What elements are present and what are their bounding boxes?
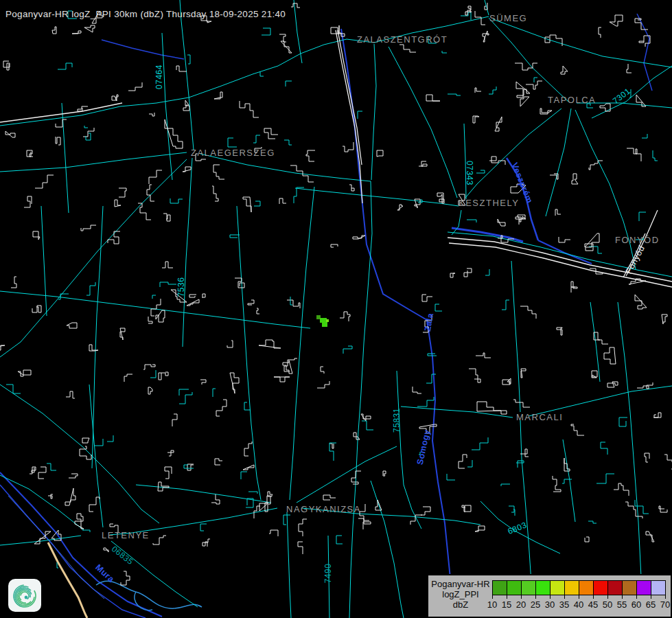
terrain-squiggle: [559, 237, 570, 242]
terrain-squiggle: [489, 157, 505, 165]
terrain-squiggle: [170, 198, 183, 203]
legend-tick-label: 45: [588, 599, 598, 610]
village-outline: [397, 205, 403, 210]
terrain-squiggle: [119, 188, 126, 197]
terrain-squiggle: [128, 82, 142, 91]
terrain-squiggle: [200, 524, 207, 531]
motorway-line: [48, 542, 87, 618]
legend-color-swatch: [579, 580, 594, 595]
river-name-label: Somogy: [415, 428, 432, 466]
terrain-squiggle: [294, 187, 304, 203]
legend-tick-label: 70: [660, 599, 670, 610]
terrain-squiggle: [80, 446, 91, 459]
village-outline: [156, 310, 165, 322]
terrain-squiggle: [227, 341, 233, 347]
village-outline: [483, 31, 489, 42]
terrain-squiggle: [555, 209, 561, 216]
legend-tick-label: 15: [502, 599, 511, 610]
terrain-squiggle: [200, 380, 206, 385]
terrain-squiggle: [467, 460, 472, 467]
terrain-squiggle: [163, 214, 170, 221]
legend-tick-mark: [492, 595, 493, 599]
village-outline: [495, 117, 502, 131]
village-outline: [662, 314, 667, 324]
village-outline: [72, 31, 81, 34]
terrain-squiggle: [659, 506, 667, 512]
terrain-squiggle: [343, 346, 352, 354]
terrain-squiggle: [260, 71, 264, 76]
legend-tick-label: 40: [574, 599, 583, 610]
terrain-squiggle: [69, 474, 78, 478]
village-outline: [377, 150, 383, 157]
terrain-squiggle: [599, 27, 601, 38]
terrain-squiggle: [627, 64, 632, 73]
village-outline: [18, 370, 31, 376]
terrain-squiggle: [421, 507, 430, 515]
radar-echo-layer: [316, 315, 329, 327]
village-outline: [516, 82, 530, 98]
terrain-squiggle: [422, 295, 432, 301]
legend-tick-mark: [607, 595, 608, 599]
terrain-squiggle: [6, 385, 21, 393]
terrain-squiggle: [343, 142, 354, 152]
terrain-squiggle: [107, 435, 113, 442]
village-outline: [475, 526, 485, 531]
road-lines: [0, 0, 672, 618]
terrain-squiggle: [553, 476, 561, 492]
terrain-squiggle: [476, 353, 491, 358]
terrain-squiggle: [184, 465, 194, 468]
terrain-squiggle: [189, 295, 196, 297]
terrain-squiggle: [66, 391, 75, 398]
terrain-squiggle: [358, 518, 371, 529]
terrain-squiggle: [38, 467, 46, 479]
village-outline: [33, 231, 40, 240]
village-outline: [65, 488, 76, 505]
terrain-squiggle: [360, 504, 369, 520]
terrain-squiggle: [150, 370, 156, 378]
terrain-squiggle: [362, 421, 373, 430]
terrain-squiggle: [240, 101, 259, 117]
terrain-squiggle: [464, 268, 472, 277]
terrain-squiggle: [257, 308, 259, 314]
village-outline: [521, 369, 526, 378]
terrain-squiggle: [489, 87, 496, 94]
city-label: ZALAEGERSZEG: [191, 148, 275, 158]
station-name-label: Fonyód: [624, 244, 647, 275]
terrain-squiggle: [253, 135, 260, 143]
village-outline: [158, 482, 169, 491]
radar-echo-cell: [322, 322, 327, 327]
terrain-squiggle: [279, 198, 286, 204]
terrain-squiggle: [47, 464, 56, 470]
terrain-squiggle: [435, 304, 442, 311]
terrain-squiggle: [639, 212, 646, 221]
terrain-squiggle: [147, 185, 154, 201]
terrain-squiggle: [32, 306, 41, 312]
terrain-squiggle: [299, 519, 307, 536]
radar-image: SÜMEGZALASZENTGRÓTTAPOLCAZALAEGERSZEGKES…: [0, 0, 672, 618]
terrain-squiggle: [635, 19, 648, 30]
map-canvas: SÜMEGZALASZENTGRÓTTAPOLCAZALAEGERSZEGKES…: [0, 0, 672, 618]
legend-tick-label: 65: [646, 599, 656, 610]
legend-station: Poganyvar-HR: [430, 579, 491, 589]
legend-color-swatch: [636, 580, 651, 595]
terrain-squiggle: [323, 495, 336, 500]
terrain-squiggle: [571, 282, 577, 293]
terrain-squiggle: [513, 400, 530, 407]
legend-tick-mark: [593, 595, 594, 599]
terrain-squiggle: [176, 66, 187, 71]
legend-unit: dbZ: [430, 599, 491, 610]
terrain-squiggle: [202, 539, 210, 547]
terrain-squiggle: [645, 453, 649, 462]
terrain-squiggle: [637, 382, 653, 389]
city-label: NAGYKANIZSA: [286, 504, 361, 514]
terrain-squiggle: [475, 88, 481, 93]
village-outline: [426, 95, 440, 101]
met-spiral-logo: [8, 579, 41, 612]
terrain-squiggle: [56, 119, 67, 127]
village-outline: [502, 378, 511, 385]
road-number-label: 75831: [392, 408, 402, 433]
village-outline: [353, 236, 365, 239]
road-number-label: 7536: [176, 277, 186, 297]
village-outline: [259, 496, 270, 512]
city-label: TAPOLCA: [548, 95, 596, 105]
